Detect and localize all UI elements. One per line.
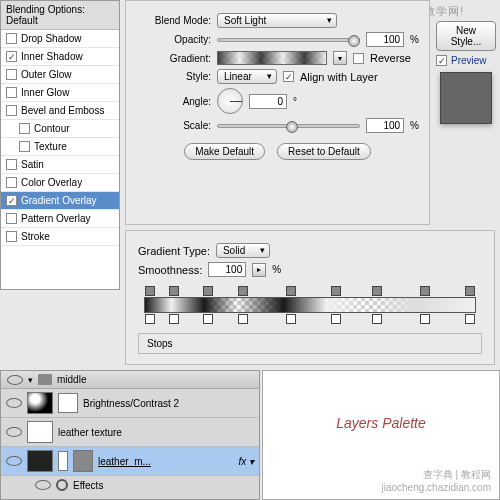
smoothness-label: Smoothness: [138, 264, 202, 276]
style-checkbox[interactable] [6, 159, 17, 170]
opacity-stop[interactable] [145, 286, 155, 296]
fx-icon[interactable]: fx ▾ [238, 456, 254, 467]
sidebar-header: Blending Options: Default [1, 1, 119, 30]
sidebar-item-label: Outer Glow [21, 69, 72, 80]
sidebar-item-label: Stroke [21, 231, 50, 242]
align-label: Align with Layer [300, 71, 378, 83]
opacity-stop[interactable] [238, 286, 248, 296]
angle-label: Angle: [136, 96, 211, 107]
preview-area: Preview [436, 55, 496, 124]
effects-ring-icon [56, 479, 68, 491]
gradient-preview[interactable] [217, 51, 327, 65]
disclosure-triangle-icon[interactable]: ▾ [28, 375, 33, 385]
style-checkbox[interactable] [6, 213, 17, 224]
sidebar-item-label: Contour [34, 123, 70, 134]
sidebar-item-label: Texture [34, 141, 67, 152]
opacity-stop[interactable] [420, 286, 430, 296]
gradient-bar-editor[interactable] [138, 285, 482, 325]
sidebar-item-inner-shadow[interactable]: Inner Shadow [1, 48, 119, 66]
opacity-stop[interactable] [169, 286, 179, 296]
sidebar-item-inner-glow[interactable]: Inner Glow [1, 84, 119, 102]
eye-icon[interactable] [6, 398, 22, 408]
effects-row[interactable]: Effects [1, 476, 259, 494]
opacity-stop[interactable] [203, 286, 213, 296]
layer-row-selected[interactable]: leather_m... fx ▾ [1, 447, 259, 476]
angle-dial[interactable] [217, 88, 243, 114]
color-stop[interactable] [145, 314, 155, 324]
percent-sign-3: % [272, 264, 281, 275]
reset-default-button[interactable]: Reset to Default [277, 143, 371, 160]
smart-filter-thumb [73, 450, 93, 472]
stops-panel: Stops [138, 333, 482, 354]
style-checkbox[interactable] [6, 231, 17, 242]
align-checkbox[interactable] [283, 71, 294, 82]
smoothness-dropdown-icon[interactable]: ▸ [252, 263, 266, 277]
color-stop[interactable] [372, 314, 382, 324]
sidebar-item-texture[interactable]: Texture [1, 138, 119, 156]
opacity-stop[interactable] [465, 286, 475, 296]
sidebar-item-gradient-overlay[interactable]: Gradient Overlay [1, 192, 119, 210]
style-checkbox[interactable] [6, 105, 17, 116]
style-checkbox[interactable] [6, 195, 17, 206]
gradient-overlay-panel: Blend Mode: Soft Light Opacity: 100 % Gr… [125, 0, 430, 225]
style-checkbox[interactable] [19, 141, 30, 152]
style-checkbox[interactable] [6, 51, 17, 62]
sidebar-item-label: Pattern Overlay [21, 213, 90, 224]
scale-slider[interactable] [217, 124, 360, 128]
reverse-checkbox[interactable] [353, 53, 364, 64]
color-stop[interactable] [286, 314, 296, 324]
sidebar-item-outer-glow[interactable]: Outer Glow [1, 66, 119, 84]
scale-value[interactable]: 100 [366, 118, 404, 133]
sidebar-item-satin[interactable]: Satin [1, 156, 119, 174]
opacity-slider[interactable] [217, 38, 360, 42]
color-stop[interactable] [331, 314, 341, 324]
sidebar-item-drop-shadow[interactable]: Drop Shadow [1, 30, 119, 48]
color-stop[interactable] [238, 314, 248, 324]
preview-swatch [440, 72, 492, 124]
style-label: Style: [136, 71, 211, 82]
gradient-bar[interactable] [144, 297, 476, 313]
opacity-stop[interactable] [286, 286, 296, 296]
style-checkbox[interactable] [6, 33, 17, 44]
layer-row[interactable]: Brightness/Contrast 2 [1, 389, 259, 418]
style-checkbox[interactable] [6, 69, 17, 80]
sidebar-item-bevel-and-emboss[interactable]: Bevel and Emboss [1, 102, 119, 120]
gradient-editor-panel: Gradient Type: Solid Smoothness: 100 ▸ %… [125, 230, 495, 365]
sidebar-item-stroke[interactable]: Stroke [1, 228, 119, 246]
color-stop[interactable] [203, 314, 213, 324]
blend-mode-select[interactable]: Soft Light [217, 13, 337, 28]
opacity-value[interactable]: 100 [366, 32, 404, 47]
opacity-stop[interactable] [331, 286, 341, 296]
angle-value[interactable]: 0 [249, 94, 287, 109]
color-stop[interactable] [420, 314, 430, 324]
percent-sign: % [410, 34, 419, 45]
layer-name: Brightness/Contrast 2 [83, 398, 179, 409]
layers-folder-header[interactable]: ▾ middle [1, 371, 259, 389]
color-stop[interactable] [169, 314, 179, 324]
make-default-button[interactable]: Make Default [184, 143, 265, 160]
preview-label: Preview [451, 55, 487, 66]
layer-row[interactable]: leather texture [1, 418, 259, 447]
gradient-dropdown-icon[interactable]: ▾ [333, 51, 347, 65]
style-checkbox[interactable] [19, 123, 30, 134]
color-stop[interactable] [465, 314, 475, 324]
sidebar-item-color-overlay[interactable]: Color Overlay [1, 174, 119, 192]
smoothness-value[interactable]: 100 [208, 262, 246, 277]
eye-icon[interactable] [6, 456, 22, 466]
eye-icon[interactable] [6, 427, 22, 437]
sidebar-item-pattern-overlay[interactable]: Pattern Overlay [1, 210, 119, 228]
eye-icon[interactable] [7, 375, 23, 385]
gradient-type-select[interactable]: Solid [216, 243, 270, 258]
reverse-label: Reverse [370, 52, 411, 64]
sidebar-item-contour[interactable]: Contour [1, 120, 119, 138]
sidebar-item-label: Inner Glow [21, 87, 69, 98]
style-checkbox[interactable] [6, 177, 17, 188]
style-checkbox[interactable] [6, 87, 17, 98]
new-style-button[interactable]: New Style... [436, 21, 496, 51]
opacity-stop[interactable] [372, 286, 382, 296]
preview-checkbox[interactable] [436, 55, 447, 66]
opacity-label: Opacity: [136, 34, 211, 45]
eye-icon[interactable] [35, 480, 51, 490]
sidebar-item-label: Bevel and Emboss [21, 105, 104, 116]
style-select[interactable]: Linear [217, 69, 277, 84]
